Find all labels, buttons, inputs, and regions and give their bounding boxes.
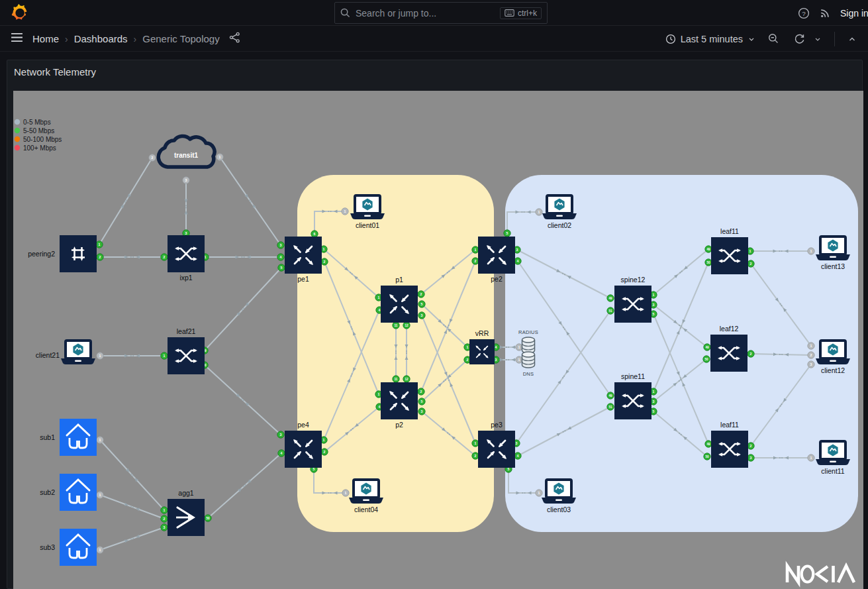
port-dot: 2 [747, 350, 754, 357]
node-ixp1[interactable]: ixp1 [168, 235, 205, 282]
svg-text:51: 51 [608, 405, 612, 409]
svg-text:4: 4 [379, 405, 381, 409]
svg-text:2: 2 [99, 255, 101, 259]
refresh-button[interactable] [788, 33, 811, 44]
port-dot: 11 [393, 376, 399, 382]
svg-text:1: 1 [810, 249, 812, 253]
port-dot: 51 [607, 403, 614, 410]
refresh-interval-dropdown[interactable] [814, 35, 828, 43]
svg-text:2: 2 [152, 156, 154, 160]
svg-text:50: 50 [706, 261, 710, 264]
port-dot: 2 [418, 388, 424, 395]
zoom-out-button[interactable] [762, 33, 785, 44]
breadcrumb-home[interactable]: Home [32, 33, 59, 44]
node-transit1[interactable]: transit1 [158, 136, 215, 167]
node-peering2[interactable]: peering2 [28, 235, 97, 272]
svg-text:3: 3 [421, 409, 423, 413]
node-label: pe4 [297, 421, 309, 429]
network-telemetry-panel: Network Telemetry 2133132214114955031112… [7, 60, 863, 589]
node-label: leaf11 [720, 421, 739, 429]
svg-text:12: 12 [405, 324, 409, 327]
svg-text:3: 3 [653, 400, 655, 403]
help-icon[interactable]: ? [798, 7, 810, 19]
svg-text:4: 4 [379, 308, 381, 312]
svg-text:2: 2 [420, 292, 422, 296]
svg-text:2: 2 [467, 358, 469, 362]
port-dot: 3 [161, 524, 168, 531]
svg-text:3: 3 [185, 178, 187, 182]
svg-text:1: 1 [219, 155, 221, 159]
svg-text:1: 1 [164, 354, 166, 358]
port-dot: 3 [418, 408, 425, 415]
svg-text:3: 3 [653, 303, 655, 307]
search-input[interactable]: Search or jump to... ctrl+k [334, 2, 548, 24]
svg-text:1: 1 [344, 209, 346, 213]
port-dot: 2 [161, 254, 168, 260]
link: 11 [97, 437, 168, 513]
svg-text:2: 2 [810, 353, 812, 357]
port-dot: 2 [747, 260, 754, 267]
time-range-picker[interactable]: Last 5 minutes [661, 34, 759, 44]
link: 21 [96, 154, 156, 248]
svg-text:2: 2 [164, 517, 166, 521]
svg-text:11: 11 [395, 324, 398, 327]
node-label: DNS [523, 371, 534, 377]
port-dot: 4 [514, 258, 521, 264]
collapse-button[interactable] [842, 34, 863, 44]
news-icon[interactable] [819, 7, 831, 19]
svg-text:2: 2 [475, 454, 477, 458]
svg-text:100+ Mbps: 100+ Mbps [23, 144, 56, 152]
node-sub2[interactable]: sub2 [40, 474, 97, 511]
sign-in-link[interactable]: Sign in [840, 8, 868, 19]
node-label: client04 [354, 506, 378, 513]
svg-text:1: 1 [538, 210, 540, 214]
node-dns[interactable]: DNS [522, 352, 535, 377]
svg-text:1: 1 [323, 438, 325, 442]
svg-text:12: 12 [405, 378, 409, 381]
port-dot: 49 [607, 295, 614, 301]
menu-button[interactable] [11, 32, 23, 45]
breadcrumb-dashboards[interactable]: Dashboards [74, 33, 128, 44]
svg-text:1: 1 [164, 508, 166, 512]
node-label: pe2 [491, 275, 503, 283]
svg-text:3: 3 [516, 248, 518, 252]
port-dot: 6 [311, 231, 318, 237]
node-label: client11 [821, 467, 845, 475]
svg-text:49: 49 [705, 346, 709, 349]
svg-text:4: 4 [281, 451, 283, 455]
node-client21[interactable]: client21 [36, 341, 95, 364]
port-dot: 2 [97, 254, 103, 260]
node-label: client03 [547, 506, 571, 513]
port-dot: 50 [704, 453, 710, 460]
port-dot: 3 [183, 177, 189, 184]
port-dot: 3 [747, 455, 754, 461]
node-sub1[interactable]: sub1 [40, 419, 97, 456]
port-dot: 50 [205, 515, 211, 521]
link: 495 [201, 264, 285, 354]
share-icon[interactable] [229, 32, 240, 46]
port-dot: 2 [149, 154, 156, 161]
node-label: client01 [356, 221, 379, 229]
node-leaf21[interactable]: leaf21 [168, 327, 205, 374]
port-dot: 5 [504, 230, 510, 237]
node-label: client21 [36, 351, 60, 359]
dashboard-toolbar: Home › Dashboards › Generic Topology Las… [0, 27, 868, 52]
svg-text:?: ? [802, 9, 806, 17]
port-dot: 1 [472, 246, 479, 253]
port-dot: 5 [418, 301, 425, 307]
port-dot: 3 [418, 312, 425, 319]
node-label: sub2 [40, 488, 55, 496]
node-agg1[interactable]: agg1 [168, 489, 205, 536]
node-sub3[interactable]: sub3 [40, 529, 97, 566]
node-label: client12 [821, 366, 845, 374]
time-range-label: Last 5 minutes [681, 34, 743, 44]
port-dot: 2 [321, 258, 328, 265]
port-dot: 1 [516, 344, 522, 350]
svg-text:51: 51 [608, 309, 612, 313]
port-dot: 12 [403, 376, 410, 382]
grafana-logo[interactable] [11, 4, 28, 22]
node-label: vRR [475, 329, 489, 337]
svg-text:1: 1 [99, 354, 101, 358]
svg-text:4: 4 [517, 259, 519, 263]
link: 22 [97, 254, 168, 260]
